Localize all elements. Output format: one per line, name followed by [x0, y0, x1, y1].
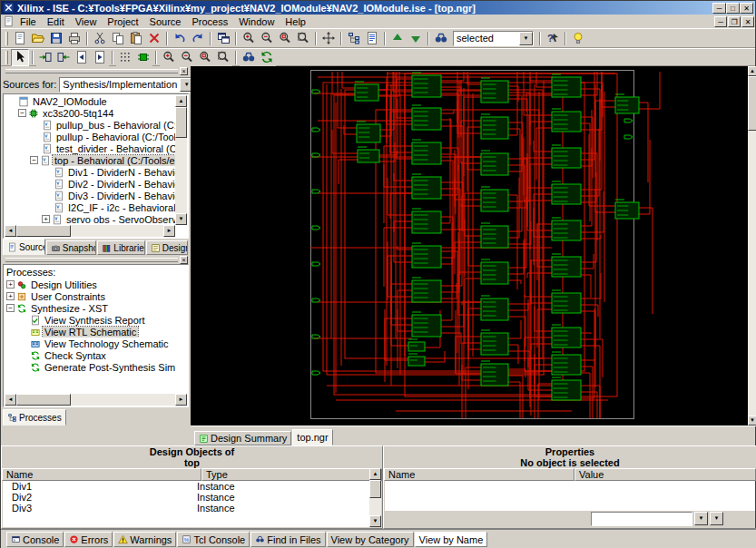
tree-item-view-synthesis-report[interactable]: View Synthesis Report — [5, 314, 187, 326]
tab-libraries[interactable]: Libraries — [97, 240, 144, 255]
tree-item-synthesize-xst[interactable]: −Synthesize - XST — [5, 302, 187, 314]
toolbar-grip[interactable] — [5, 32, 8, 45]
menu-item-file[interactable]: File — [15, 15, 42, 28]
mdi-close-button[interactable]: ✕ — [741, 16, 754, 27]
toolbar-button-zoom-out[interactable] — [258, 30, 276, 47]
table-row[interactable]: Div1Instance — [3, 481, 369, 492]
toolbar-button-cut[interactable] — [91, 30, 109, 47]
table-row[interactable]: Div3Instance — [3, 503, 369, 514]
tree-item-pullup-behavioral-c-tools-e[interactable]: pullup - Behavioral (C:/Tools/e — [5, 131, 175, 142]
processes-panel-grip[interactable]: × — [3, 255, 189, 264]
tree-item-servo-obs-servoobserver[interactable]: +servo obs - ServoObserver — [5, 213, 175, 225]
close-icon[interactable]: × — [180, 256, 188, 264]
tab-errors[interactable]: Errors — [64, 532, 113, 547]
tab-processes[interactable]: Processes — [3, 409, 66, 426]
expander-plus-icon[interactable]: + — [6, 280, 15, 289]
scrollbar-thumb[interactable] — [369, 480, 381, 498]
toolbar-button-pan-view[interactable] — [319, 30, 338, 47]
scrollbar-thumb[interactable] — [748, 76, 756, 131]
menu-item-process[interactable]: Process — [186, 15, 233, 28]
menu-item-source[interactable]: Source — [144, 15, 187, 28]
tree-item-test-divider-behavioral-c-to[interactable]: test_divider - Behavioral (C:/To — [5, 142, 175, 154]
toolbar-button-find-binoculars[interactable] — [432, 30, 450, 47]
toolbar-button-zoom-in[interactable] — [240, 30, 258, 47]
tab-warnings[interactable]: Warnings — [113, 532, 176, 547]
mdi-restore-button[interactable]: ❐ — [728, 16, 741, 27]
mdi-minimize-button[interactable]: ─ — [714, 16, 727, 27]
toolbar-button-tree-view[interactable] — [345, 30, 363, 47]
chevron-down-icon[interactable]: ▼ — [519, 32, 533, 45]
toolbar-button-zoom-full[interactable] — [276, 30, 294, 47]
toolbar-button-copy[interactable] — [109, 30, 127, 47]
table-row[interactable]: Div2Instance — [3, 492, 369, 503]
tree-item-top-behavioral-c-tools-e[interactable]: −top - Behavioral (C:/Tools/e — [5, 154, 175, 166]
tree-item-pullup-bus-behavioral-c-too[interactable]: pullup_bus - Behavioral (C:/Too — [5, 119, 175, 131]
schematic-vertical-scrollbar[interactable]: ▲ ▼ — [748, 66, 756, 426]
toolbar-button-zoom-out[interactable] — [178, 49, 196, 66]
tree-item-view-technology-schematic[interactable]: View Technology Schematic — [5, 338, 187, 349]
column-header-value[interactable]: Value — [574, 468, 756, 481]
scroll-down-icon[interactable]: ▼ — [369, 515, 381, 527]
column-header-type[interactable]: Type — [201, 468, 382, 481]
toolbar-button-up-arrow[interactable] — [388, 30, 407, 47]
toolbar-button-zoom-in[interactable] — [160, 49, 178, 66]
sources-vertical-scrollbar[interactable]: ▲ ▼ — [175, 95, 187, 225]
scroll-right-icon[interactable]: ► — [163, 225, 175, 237]
menu-item-view[interactable]: View — [70, 15, 103, 28]
toolbar-button-zoom-box[interactable] — [214, 49, 232, 66]
tab-view-by-category[interactable]: View by Category — [327, 532, 414, 547]
tree-item-user-constraints[interactable]: +User Constraints — [5, 290, 187, 302]
scroll-up-icon[interactable]: ▲ — [175, 95, 187, 107]
property-filter-input[interactable] — [591, 512, 692, 526]
toolbar-button-select-pointer[interactable] — [11, 49, 29, 66]
sources-panel-grip[interactable]: × — [3, 66, 189, 75]
close-button[interactable]: ✕ — [740, 3, 753, 14]
tab-design[interactable]: Design — [146, 240, 188, 255]
menu-item-help[interactable]: Help — [280, 15, 311, 28]
menu-item-edit[interactable]: Edit — [42, 15, 70, 28]
maximize-button[interactable]: □ — [726, 3, 740, 14]
tab-console[interactable]: Console — [6, 532, 64, 547]
tab-find-in-files[interactable]: Find in Files — [250, 532, 325, 547]
tree-item-nav2-iomodule[interactable]: NAV2_IOModule — [5, 95, 175, 107]
column-header-name[interactable]: Name — [384, 468, 574, 481]
tab-snapshot[interactable]: Snapshot — [46, 240, 97, 255]
tree-item-design-utilities[interactable]: +Design Utilities — [5, 279, 187, 290]
sources-for-combobox[interactable]: Synthesis/Implementation ▼ — [59, 77, 194, 93]
toolbar-button-refresh[interactable] — [258, 49, 276, 66]
scroll-down-icon[interactable]: ▼ — [175, 213, 187, 225]
toolbar-button-delete-x[interactable] — [145, 30, 163, 47]
tree-item-div1-dividern-behaviora[interactable]: Div1 - DividerN - Behaviora — [5, 166, 175, 178]
expander-plus-icon[interactable]: + — [42, 215, 50, 223]
toolbar-button-sheet-prev[interactable] — [73, 49, 91, 66]
toolbar-button-sheet-next[interactable] — [91, 49, 109, 66]
tree-item-div3-dividern-behaviora[interactable]: Div3 - DividerN - Behaviora — [5, 190, 175, 201]
scroll-left-icon[interactable]: ◄ — [5, 225, 16, 237]
tab-top-ngr[interactable]: top.ngr — [292, 429, 332, 445]
tree-item-view-rtl-schematic[interactable]: View RTL Schematic — [5, 326, 187, 338]
schematic-canvas[interactable] — [191, 66, 748, 426]
toolbar-button-bulb[interactable] — [569, 30, 587, 47]
tree-item-generate-post-synthesis-sim[interactable]: Generate Post-Synthesis Sim — [5, 361, 187, 373]
tree-item-div2-dividern-behaviora[interactable]: Div2 - DividerN - Behaviora — [5, 178, 175, 190]
toolbar-button-save[interactable] — [47, 30, 65, 47]
column-header-name[interactable]: Name — [2, 468, 201, 481]
scroll-down-icon[interactable]: ▼ — [748, 416, 756, 426]
menu-item-project[interactable]: Project — [102, 15, 143, 28]
close-icon[interactable]: × — [180, 67, 188, 75]
expander-minus-icon[interactable]: − — [30, 156, 38, 164]
processes-horizontal-scrollbar[interactable]: ◄ ► — [5, 394, 187, 406]
chevron-down-icon[interactable]: ▼ — [710, 512, 723, 525]
scrollbar-thumb[interactable] — [175, 107, 187, 138]
expander-minus-icon[interactable]: − — [6, 304, 15, 312]
toolbar-button-redo[interactable] — [189, 30, 207, 47]
toolbar-button-down-arrow[interactable] — [407, 30, 425, 47]
scroll-right-icon[interactable]: ► — [175, 394, 187, 406]
expander-minus-icon[interactable]: − — [18, 109, 26, 117]
toolbar-button-undo[interactable] — [171, 30, 189, 47]
tab-view-by-name[interactable]: View by Name — [415, 532, 488, 547]
scrollbar-thumb[interactable] — [16, 225, 71, 237]
scroll-up-icon[interactable]: ▲ — [748, 66, 756, 76]
design-objects-scrollbar[interactable]: ▲ ▼ — [369, 468, 381, 527]
toolbar-button-paste[interactable] — [127, 30, 145, 47]
